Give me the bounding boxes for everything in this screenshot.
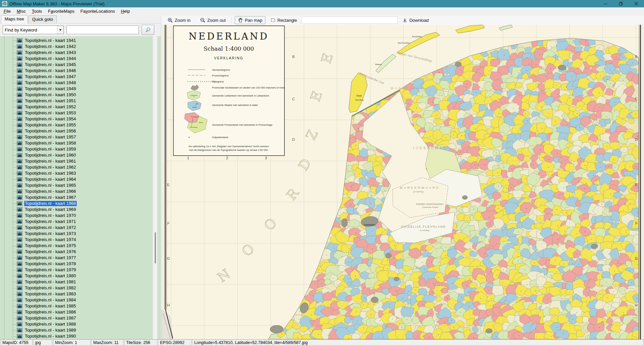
tree-item[interactable]: Topotijdreis.nl - kaart 1955 [0, 122, 161, 128]
menu-favoritelocations[interactable]: FavoriteLocations [77, 8, 118, 15]
tree-item[interactable]: Topotijdreis.nl - kaart 1945 [0, 62, 161, 68]
tree-item-label[interactable]: Topotijdreis.nl - kaart 1970 [24, 213, 77, 218]
tree-item-label[interactable]: Topotijdreis.nl - kaart 1947 [24, 74, 77, 79]
tree-item-label[interactable]: Topotijdreis.nl - kaart 1980 [24, 273, 77, 279]
tree-item[interactable]: Topotijdreis.nl - kaart 1985 [0, 303, 161, 309]
tree-item[interactable]: Topotijdreis.nl - kaart 1977 [0, 255, 161, 261]
tree-item[interactable]: Topotijdreis.nl - kaart 1960 [0, 152, 161, 158]
maps-tree[interactable]: Topotijdreis.nl - kaart 1941Topotijdreis… [0, 36, 161, 339]
tree-item[interactable]: Topotijdreis.nl - kaart 1951 [0, 98, 161, 104]
tree-item-label[interactable]: Topotijdreis.nl - kaart 1941 [24, 38, 77, 43]
tree-item[interactable]: Topotijdreis.nl - kaart 1978 [0, 261, 161, 267]
zoom-in-button[interactable]: Zoom in [164, 16, 194, 24]
tree-item-label[interactable]: Topotijdreis.nl - kaart 1959 [24, 147, 77, 152]
chevron-down-icon[interactable] [57, 26, 63, 34]
tree-item-label[interactable]: Topotijdreis.nl - kaart 1961 [24, 159, 77, 164]
zoom-out-button[interactable]: Zoom out [197, 16, 229, 24]
tree-item-label[interactable]: Topotijdreis.nl - kaart 1965 [24, 183, 77, 188]
tree-item[interactable]: Topotijdreis.nl - kaart 1964 [0, 176, 161, 182]
tree-item[interactable]: Topotijdreis.nl - kaart 1989 [0, 327, 161, 333]
tree-item-label[interactable]: Topotijdreis.nl - kaart 1971 [24, 219, 77, 224]
tree-item[interactable]: Topotijdreis.nl - kaart 1966 [0, 188, 161, 194]
tree-item[interactable]: Topotijdreis.nl - kaart 1948 [0, 80, 161, 86]
keyword-input[interactable] [66, 25, 139, 34]
tree-item[interactable]: Topotijdreis.nl - kaart 1941 [0, 38, 161, 44]
tree-item-label[interactable]: Topotijdreis.nl - kaart 1955 [24, 122, 77, 128]
tree-item-label[interactable]: Topotijdreis.nl - kaart 1944 [24, 56, 77, 61]
tree-item-label[interactable]: Topotijdreis.nl - kaart 1948 [24, 80, 77, 85]
tree-item-label[interactable]: Topotijdreis.nl - kaart 1956 [24, 128, 77, 134]
tree-item-label[interactable]: Topotijdreis.nl - kaart 1962 [24, 165, 77, 170]
tree-item-label[interactable]: Topotijdreis.nl - kaart 1983 [24, 291, 77, 297]
search-button[interactable] [142, 25, 154, 35]
tree-item-label[interactable]: Topotijdreis.nl - kaart 1951 [24, 98, 77, 104]
tree-item[interactable]: Topotijdreis.nl - kaart 1954 [0, 116, 161, 122]
minimize-button[interactable] [598, 0, 613, 7]
find-mode-select[interactable]: Find by Keyword [3, 25, 64, 34]
menu-misc[interactable]: Misc [14, 8, 29, 15]
tree-item-label[interactable]: Topotijdreis.nl - kaart 1950 [24, 92, 77, 98]
tree-item[interactable]: Topotijdreis.nl - kaart 1973 [0, 231, 161, 237]
tree-item-label[interactable]: Topotijdreis.nl - kaart 1945 [24, 62, 77, 67]
tree-item-label[interactable]: Topotijdreis.nl - kaart 1954 [24, 116, 77, 122]
tree-item-label[interactable]: Topotijdreis.nl - kaart 1976 [24, 249, 77, 254]
tree-scrollbar-thumb[interactable] [155, 232, 156, 264]
tree-item[interactable]: Topotijdreis.nl - kaart 1956 [0, 128, 161, 134]
tree-item-label[interactable]: Topotijdreis.nl - kaart 1967 [24, 195, 77, 200]
tree-item[interactable]: Topotijdreis.nl - kaart 1990 [0, 333, 161, 339]
tree-item-label[interactable]: Topotijdreis.nl - kaart 1984 [24, 297, 77, 303]
tree-item-label[interactable]: Topotijdreis.nl - kaart 1960 [24, 153, 77, 158]
tree-item-label[interactable]: Topotijdreis.nl - kaart 1978 [24, 261, 77, 267]
tree-scrollbar[interactable] [153, 36, 157, 339]
tree-item[interactable]: Topotijdreis.nl - kaart 1980 [0, 273, 161, 279]
restore-button[interactable] [613, 0, 629, 7]
tree-item[interactable]: Topotijdreis.nl - kaart 1947 [0, 74, 161, 80]
map-canvas[interactable]: Amsterdam NOORDZEE WADDENZEE Zeegat van … [161, 25, 644, 339]
tree-item-label[interactable]: Topotijdreis.nl - kaart 1953 [24, 110, 77, 116]
tree-item-label[interactable]: Topotijdreis.nl - kaart 1990 [24, 334, 77, 339]
tree-item[interactable]: Topotijdreis.nl - kaart 1968 [0, 200, 161, 207]
tree-item[interactable]: Topotijdreis.nl - kaart 1965 [0, 182, 161, 188]
tree-item[interactable]: Topotijdreis.nl - kaart 1952 [0, 104, 161, 110]
menu-help[interactable]: Help [118, 8, 133, 15]
tree-item[interactable]: Topotijdreis.nl - kaart 1983 [0, 291, 161, 297]
tree-item-label[interactable]: Topotijdreis.nl - kaart 1957 [24, 134, 77, 140]
menu-tools[interactable]: Tools [29, 8, 45, 15]
menu-file[interactable]: File [1, 8, 14, 15]
tab-maps-tree[interactable]: Maps tree [1, 15, 28, 23]
tree-item-label[interactable]: Topotijdreis.nl - kaart 1975 [24, 243, 77, 248]
tree-item-label[interactable]: Topotijdreis.nl - kaart 1987 [24, 315, 77, 321]
tree-item[interactable]: Topotijdreis.nl - kaart 1970 [0, 213, 161, 219]
tree-item[interactable]: Topotijdreis.nl - kaart 1987 [0, 315, 161, 321]
tree-item-label-selected[interactable]: Topotijdreis.nl - kaart 1968 [24, 201, 77, 206]
tree-item[interactable]: Topotijdreis.nl - kaart 1976 [0, 249, 161, 255]
tree-item[interactable]: Topotijdreis.nl - kaart 1974 [0, 237, 161, 243]
download-button[interactable]: Download [399, 16, 432, 24]
tree-item[interactable]: Topotijdreis.nl - kaart 1943 [0, 50, 161, 56]
tree-item-label[interactable]: Topotijdreis.nl - kaart 1988 [24, 322, 77, 327]
tree-item-label[interactable]: Topotijdreis.nl - kaart 1974 [24, 237, 77, 242]
tree-item[interactable]: Topotijdreis.nl - kaart 1949 [0, 86, 161, 92]
tree-item[interactable]: Topotijdreis.nl - kaart 1967 [0, 194, 161, 200]
tree-item[interactable]: Topotijdreis.nl - kaart 1961 [0, 158, 161, 164]
tree-item[interactable]: Topotijdreis.nl - kaart 1942 [0, 44, 161, 50]
tree-item[interactable]: Topotijdreis.nl - kaart 1959 [0, 146, 161, 152]
tree-item-label[interactable]: Topotijdreis.nl - kaart 1963 [24, 171, 77, 176]
menu-favoritemaps[interactable]: FavoriteMaps [45, 8, 77, 15]
tree-item[interactable]: Topotijdreis.nl - kaart 1969 [0, 207, 161, 213]
tree-item-label[interactable]: Topotijdreis.nl - kaart 1989 [24, 328, 77, 333]
tree-item[interactable]: Topotijdreis.nl - kaart 1984 [0, 297, 161, 303]
tab-quick-goto[interactable]: Quick goto [29, 15, 57, 23]
tree-item[interactable]: Topotijdreis.nl - kaart 1962 [0, 164, 161, 170]
tree-item-label[interactable]: Topotijdreis.nl - kaart 1946 [24, 68, 77, 73]
tree-item-label[interactable]: Topotijdreis.nl - kaart 1979 [24, 267, 77, 273]
tree-item[interactable]: Topotijdreis.nl - kaart 1971 [0, 219, 161, 225]
tree-item-label[interactable]: Topotijdreis.nl - kaart 1981 [24, 279, 77, 285]
close-button[interactable] [629, 0, 644, 7]
tree-item-label[interactable]: Topotijdreis.nl - kaart 1973 [24, 231, 77, 236]
tree-item-label[interactable]: Topotijdreis.nl - kaart 1985 [24, 303, 77, 309]
rectangle-button[interactable]: Rectangle [267, 16, 300, 24]
tree-item[interactable]: Topotijdreis.nl - kaart 1979 [0, 267, 161, 273]
toolbar-input[interactable] [301, 16, 398, 24]
tree-item-label[interactable]: Topotijdreis.nl - kaart 1943 [24, 50, 77, 55]
